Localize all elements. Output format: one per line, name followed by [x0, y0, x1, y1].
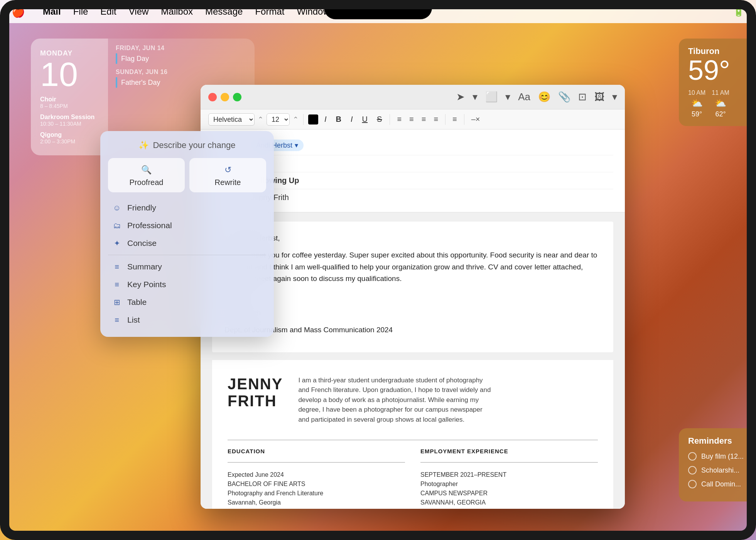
menu-item-key-points[interactable]: ≡ Key Points: [108, 277, 266, 292]
friendly-label: Friendly: [127, 203, 156, 212]
weather-widget: Tiburon 59° 10 AM ⛅ 59° 11 AM ⛅ 62°: [679, 39, 756, 126]
writing-tools-buttons: 🔍 Proofread ↺ Rewrite: [108, 158, 266, 192]
reminder-item-2[interactable]: Scholarshi...: [688, 466, 747, 474]
weather-10am-icon: ⛅: [691, 98, 703, 109]
align-center-icon[interactable]: ≡: [407, 113, 416, 125]
menu-file[interactable]: File: [67, 4, 94, 19]
minimize-button[interactable]: [221, 93, 229, 101]
summary-label: Summary: [127, 262, 162, 271]
menu-item-professional[interactable]: 🗂 Professional: [108, 218, 266, 233]
darkroom-time: 10:30 – 11:30AM: [40, 121, 99, 127]
greeting: Dear Ms. Herbst,: [224, 232, 601, 244]
font-size-select[interactable]: 12: [267, 113, 290, 126]
text-color-picker[interactable]: [308, 114, 318, 124]
photo-chevron[interactable]: ▾: [612, 91, 617, 103]
menu-format[interactable]: Format: [249, 4, 290, 19]
calendar-event-2: Darkroom Session 10:30 – 11:30AM: [40, 114, 99, 127]
body-paragraph-1: Nice to meet you for coffee yesterday. S…: [224, 249, 601, 284]
resume-header: JENNY FRITH I am a third-year student un…: [228, 375, 598, 425]
writing-tools-popup: ✨ Describe your change 🔍 Proofread ↺ Rew…: [100, 131, 274, 337]
font-icon[interactable]: Aa: [518, 91, 530, 103]
maximize-button[interactable]: [233, 93, 241, 101]
reminders-title: Reminders: [688, 436, 747, 446]
compose-mode-chevron[interactable]: ▾: [505, 91, 510, 103]
compose-mode-icon[interactable]: ⬜: [485, 91, 498, 103]
employment-content: SEPTEMBER 2021–PRESENTPhotographerCAMPUS…: [420, 470, 598, 507]
choir-time: 8 – 8:45PM: [40, 103, 99, 109]
flag-day-label: Flag Day: [121, 55, 149, 63]
emoji-icon[interactable]: 😊: [538, 91, 550, 103]
menu-item-table[interactable]: ⊞ Table: [108, 294, 266, 310]
weather-11am-temp: 62°: [715, 110, 726, 118]
attachment-icon[interactable]: 📎: [558, 91, 570, 103]
battery-icon: 🔋: [733, 6, 744, 17]
more-format-icon[interactable]: –×: [469, 113, 483, 125]
calendar-left: MONDAY 10 Choir 8 – 8:45PM Darkroom Sess…: [31, 39, 108, 155]
weather-11am-icon: ⛅: [715, 98, 726, 109]
menu-item-list[interactable]: ≡ List: [108, 312, 266, 328]
menu-message[interactable]: Message: [199, 4, 249, 19]
underline-button[interactable]: U: [359, 113, 371, 125]
resume-columns: EDUCATION Expected June 2024BACHELOR OF …: [228, 448, 598, 509]
writing-tools-menu: ☺ Friendly 🗂 Professional ✦ Concise ≡ Su…: [108, 200, 266, 328]
italic-button[interactable]: I: [321, 113, 330, 125]
education-content: Expected June 2024BACHELOR OF FINE ARTSP…: [228, 470, 405, 509]
list-label: List: [127, 315, 140, 325]
toolbar-separator-4: [464, 114, 464, 125]
font-select[interactable]: Helvetica: [208, 113, 255, 126]
menu-edit[interactable]: Edit: [94, 4, 122, 19]
menu-item-concise[interactable]: ✦ Concise: [108, 236, 266, 251]
menu-item-summary[interactable]: ≡ Summary: [108, 259, 266, 274]
reminders-widget: Reminders Buy film (12... Scholarshi... …: [679, 428, 756, 501]
apple-menu-icon[interactable]: 🍎: [12, 5, 25, 18]
reminder-circle-1: [688, 452, 697, 461]
menu-mail[interactable]: Mail: [37, 4, 67, 19]
italic-button-2[interactable]: I: [348, 113, 356, 125]
reminder-item-3[interactable]: Call Domin...: [688, 480, 747, 488]
strikethrough-button[interactable]: S: [374, 113, 385, 125]
menu-item-friendly[interactable]: ☺ Friendly: [108, 200, 266, 215]
rewrite-label: Rewrite: [215, 178, 241, 187]
align-right-icon[interactable]: ≡: [419, 113, 429, 125]
list-format-icon[interactable]: ≡: [450, 113, 459, 125]
photo-icon[interactable]: 🖼: [594, 91, 604, 103]
fathers-day-label: Father's Day: [121, 79, 160, 87]
writing-tools-header-label[interactable]: Describe your change: [153, 140, 235, 150]
rewrite-button[interactable]: ↺ Rewrite: [189, 158, 266, 192]
send-chevron-icon[interactable]: ▾: [472, 91, 478, 103]
menu-view[interactable]: View: [123, 4, 155, 19]
employment-header: EMPLOYMENT EXPERIENCE: [420, 448, 598, 454]
align-left-icon[interactable]: ≡: [395, 113, 404, 125]
sunday-header: SUNDAY, JUN 16: [116, 69, 247, 76]
more-icon[interactable]: ⊡: [578, 91, 587, 103]
align-justify-icon[interactable]: ≡: [431, 113, 440, 125]
recipient-chevron: ▾: [295, 141, 298, 150]
send-icon[interactable]: ➤: [456, 91, 465, 103]
proofread-label: Proofread: [130, 178, 164, 187]
concise-icon: ✦: [112, 239, 122, 248]
traffic-lights: [208, 93, 241, 101]
education-header: EDUCATION: [228, 448, 405, 454]
resume-attachment: JENNY FRITH I am a third-year student un…: [212, 360, 613, 509]
reminder-item-1[interactable]: Buy film (12...: [688, 452, 747, 461]
fathers-day-dot: [116, 77, 117, 88]
resume-name: JENNY FRITH: [228, 375, 283, 409]
proofread-button[interactable]: 🔍 Proofread: [108, 158, 185, 192]
list-icon: ≡: [112, 316, 122, 325]
reminder-text-1: Buy film (12...: [701, 453, 744, 461]
calendar-section-friday: FRIDAY, JUN 14 Flag Day: [116, 45, 247, 64]
calendar-event-3: Qigong 2:00 – 3:30PM: [40, 131, 99, 145]
qigong-title: Qigong: [40, 131, 99, 138]
resume-bio: I am a third-year student undergraduate …: [298, 375, 491, 425]
size-chevron-icon: ⌃: [293, 115, 299, 124]
weather-10am-temp: 59°: [692, 110, 702, 118]
emp-divider: [420, 462, 598, 463]
bold-button[interactable]: B: [333, 113, 344, 125]
menu-mailbox[interactable]: Mailbox: [155, 4, 199, 19]
menu-separator: [108, 255, 266, 255]
edu-divider: [228, 462, 405, 463]
closing: Thanks: [224, 290, 601, 302]
reminder-text-3: Call Domin...: [701, 480, 741, 488]
close-button[interactable]: [208, 93, 217, 101]
table-icon: ⊞: [112, 298, 122, 307]
